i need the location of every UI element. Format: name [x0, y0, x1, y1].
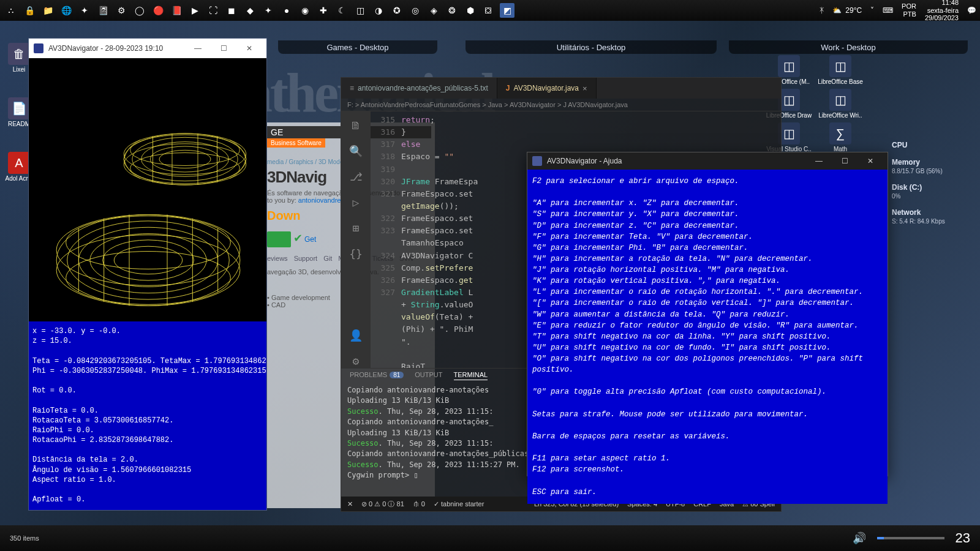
app-icon[interactable]: ✚ [316, 3, 331, 18]
widget-disk[interactable]: Disk (C:)0% [892, 183, 978, 200]
close-button[interactable]: ✕ [237, 40, 262, 57]
search-icon[interactable]: 🔍 [349, 143, 363, 158]
app-icon[interactable]: ◈ [426, 3, 441, 18]
bottom-taskbar: 350 items 🔊 23 [0, 525, 980, 551]
torus-render [121, 126, 249, 193]
help-text: F2 para selecionar e abrir arquivo de es… [527, 170, 888, 504]
svg-point-0 [124, 133, 246, 185]
app-icon[interactable]: ◎ [408, 3, 423, 18]
check-icon: ✔ [293, 232, 303, 244]
desktop-group-games[interactable]: Games - Desktop [278, 40, 437, 54]
app-icon[interactable]: 🔴 [151, 3, 165, 18]
tray-chevron-icon[interactable]: ˅ [870, 6, 874, 15]
status-readout: x = -33.0. y = -0.0. z = 15.0. Teta = -0… [29, 321, 266, 510]
scm-icon[interactable]: ⎇ [349, 169, 363, 184]
app-icon[interactable]: ⛶ [206, 3, 221, 18]
app-icon[interactable]: ☾ [334, 3, 349, 18]
app-icon[interactable]: ◑ [371, 3, 386, 18]
vscode-tabs: ≡antoniovandre-anotações_públicas-5.txt … [341, 78, 781, 99]
weather-temp: 29°C [845, 6, 862, 15]
app-icon[interactable]: ◫ [353, 3, 368, 18]
minimize-button[interactable]: — [186, 40, 210, 57]
panel-tab-terminal[interactable]: TERMINAL [454, 371, 488, 380]
panel-tab-problems[interactable]: PROBLEMS81 [350, 371, 404, 380]
maximize-button[interactable]: ☐ [832, 152, 857, 170]
line-gutter: 315316317318319320321 322323 32432532632… [371, 111, 401, 368]
taskbar-pinned-apps: ⛬ 🔒 📁 🌐 ✦ 📓 ⚙ ◯ 🔴 📕 ▶ ⛶ ◼ ◆ ✦ ● ◉ ✚ ☾ ◫ … [4, 3, 514, 18]
app-icon[interactable]: 📁 [40, 3, 55, 18]
vscode-breadcrumbs[interactable]: F: > AntonioVandrePedrosaFurtunatoGomes … [341, 99, 781, 111]
app-icon[interactable]: ⚙ [114, 3, 129, 18]
widget-network[interactable]: NetworkS: 5.4 R: 84.9 Kbps [892, 208, 978, 225]
desktop-group-util[interactable]: Utilitários - Desktop [466, 40, 717, 54]
app-icon[interactable]: ◩ [500, 3, 514, 18]
clock[interactable]: 11:48 sexta-feira 29/09/2023 [925, 0, 959, 22]
widget-cpu[interactable]: CPU [892, 141, 978, 149]
app-icon[interactable]: ◆ [243, 3, 257, 18]
start-icon[interactable]: ⛬ [4, 3, 18, 18]
app-icon[interactable]: ✪ [390, 3, 404, 18]
status-errors[interactable]: ⊘ 0 ⚠ 0 ⓘ 81 [361, 500, 404, 509]
3d-canvas[interactable] [29, 58, 266, 321]
titlebar[interactable]: AV3DNavigator - 28-09-2023 19:10 — ☐ ✕ [29, 39, 266, 58]
extensions-icon[interactable]: ⊞ [349, 220, 363, 235]
account-icon[interactable]: 👤 [349, 328, 363, 342]
app-icon[interactable]: ● [279, 3, 294, 18]
app-icon [532, 156, 542, 166]
run-icon[interactable]: ▷ [349, 195, 363, 209]
widget-memory[interactable]: Memory8.8/15.7 GB (56%) [892, 158, 978, 174]
tray-icon[interactable]: ⌨ [883, 6, 893, 15]
minimize-button[interactable]: — [807, 152, 831, 170]
svg-point-2 [141, 142, 229, 177]
items-count: 350 items [10, 534, 39, 542]
close-icon[interactable]: × [582, 84, 587, 93]
svg-point-14 [114, 246, 183, 274]
app-icon[interactable]: ✦ [261, 3, 276, 18]
app-icon[interactable]: ▶ [187, 3, 202, 18]
app-icon[interactable]: 📓 [96, 3, 110, 18]
speaker-icon[interactable]: 🔊 [853, 531, 866, 545]
app-icon[interactable]: 🔒 [22, 3, 37, 18]
app-icon[interactable]: ⬢ [463, 3, 478, 18]
status-close-icon[interactable]: ✕ [347, 500, 353, 508]
help-window[interactable]: AV3DNavigator - Ajuda — ☐ ✕ F2 para sele… [527, 152, 888, 476]
sf-author-link[interactable]: antoniovandre [298, 197, 341, 204]
app-icon[interactable]: 📕 [169, 3, 184, 18]
panel-tab-output[interactable]: OUTPUT [415, 371, 442, 380]
performance-widgets: CPU Memory8.8/15.7 GB (56%) Disk (C:)0% … [892, 141, 978, 233]
json-icon[interactable]: {} [349, 246, 363, 261]
desktop-group-work[interactable]: Work - Desktop [729, 40, 968, 54]
volume-level: 23 [956, 530, 970, 546]
vscode-tab-active[interactable]: JAV3DNavigator.java× [497, 78, 597, 99]
app-icon[interactable]: ⛋ [481, 3, 496, 18]
svg-point-11 [78, 227, 217, 293]
notifications-icon[interactable]: 💬 [967, 6, 976, 15]
vscode-tab[interactable]: ≡antoniovandre-anotações_públicas-5.txt [341, 78, 497, 99]
app-icon[interactable]: ◯ [132, 3, 147, 18]
volume-slider[interactable] [877, 537, 944, 539]
files-icon[interactable]: 🗎 [349, 118, 363, 132]
app-icon[interactable]: ◉ [298, 3, 312, 18]
language-indicator[interactable]: POR PTB [902, 2, 916, 18]
torus-render [53, 199, 243, 321]
svg-point-16 [56, 235, 240, 306]
desk-icon[interactable]: ∑Math [817, 122, 864, 152]
app-icon[interactable]: ◼ [224, 3, 239, 18]
app-icon[interactable]: ✦ [77, 3, 92, 18]
maximize-button[interactable]: ☐ [211, 40, 236, 57]
weather-widget[interactable]: ⛅ 29°C [832, 6, 862, 15]
desk-icon[interactable]: ◫LibreOffice Base [817, 55, 864, 85]
av3dnavigator-window[interactable]: AV3DNavigator - 28-09-2023 19:10 — ☐ ✕ [28, 38, 267, 511]
window-title: AV3DNavigator - Ajuda [547, 157, 622, 165]
sf-badge: Business Software [267, 138, 325, 148]
desk-icon[interactable]: ◫LibreOffice Wri.. [817, 89, 864, 119]
sf-get-link[interactable]: Get [304, 235, 316, 244]
status-port[interactable]: ⫛ 0 [413, 500, 425, 508]
tray-icon[interactable]: ᛡ [820, 6, 824, 15]
close-button[interactable]: ✕ [858, 152, 883, 170]
app-icon[interactable]: ❂ [445, 3, 459, 18]
gear-icon[interactable]: ⚙ [349, 353, 363, 368]
status-tabnine[interactable]: ✓ tabnine starter [434, 500, 484, 508]
help-titlebar[interactable]: AV3DNavigator - Ajuda — ☐ ✕ [527, 152, 888, 170]
app-icon[interactable]: 🌐 [59, 3, 74, 18]
